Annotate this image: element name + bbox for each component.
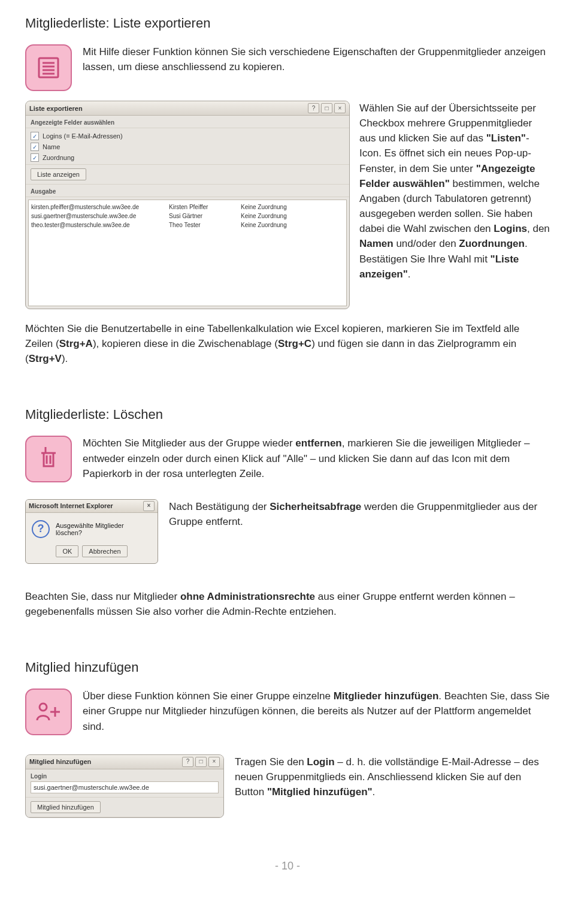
add-intro: Über diese Funktion können Sie einer Gru…	[83, 689, 550, 733]
confirm-message: Ausgewählte Mitglieder löschen?	[56, 522, 152, 536]
show-list-button[interactable]: Liste anzeigen	[31, 168, 86, 180]
login-label: Login	[31, 773, 219, 780]
close-icon[interactable]: ×	[208, 757, 220, 767]
table-row: susi.gaertner@musterschule.ww3ee.deSusi …	[31, 212, 344, 221]
delete-confirm-text: Nach Bestätigung der Sicherheitsabfrage …	[169, 499, 550, 529]
table-row: theo.tester@musterschule.ww3ee.deTheo Te…	[31, 221, 344, 230]
close-icon[interactable]: ×	[334, 103, 346, 113]
intro-export: Mit Hilfe dieser Funktion können Sie sic…	[83, 44, 550, 74]
export-window-title: Liste exportieren	[29, 105, 306, 112]
trash-icon	[25, 436, 72, 482]
help-icon[interactable]: ?	[182, 757, 193, 767]
table-row: kirsten.pfeiffer@musterschule.ww3ee.deKi…	[31, 203, 344, 212]
maximize-icon[interactable]: □	[321, 103, 332, 113]
output-textarea[interactable]: kirsten.pfeiffer@musterschule.ww3ee.deKi…	[28, 200, 347, 306]
add-member-button[interactable]: Mitglied hinzufügen	[31, 801, 101, 813]
confirm-title: Microsoft Internet Explorer	[29, 502, 141, 509]
add-member-window: Mitglied hinzufügen ? □ × Login Mitglied…	[25, 754, 224, 818]
checkbox-zuordnung[interactable]: ✓Zuordnung	[31, 152, 344, 163]
fields-label: Angezeigte Felder auswählen	[26, 116, 349, 128]
close-icon[interactable]: ×	[143, 501, 155, 511]
cancel-button[interactable]: Abbrechen	[82, 545, 127, 557]
add-side-text: Tragen Sie den Login – d. h. die vollstä…	[235, 754, 550, 799]
checkbox-name[interactable]: ✓Name	[31, 141, 344, 152]
svg-point-9	[40, 703, 47, 711]
delete-intro: Möchten Sie Mitglieder aus der Gruppe wi…	[83, 436, 550, 481]
confirm-dialog: Microsoft Internet Explorer × ? Ausgewäh…	[25, 499, 158, 564]
list-icon	[25, 44, 72, 91]
heading-export: Mitgliederliste: Liste exportieren	[25, 16, 550, 31]
maximize-icon[interactable]: □	[195, 757, 207, 767]
delete-note: Beachten Sie, dass nur Mitglieder ohne A…	[25, 589, 550, 619]
output-label: Ausgabe	[26, 185, 349, 197]
page-number: - 10 -	[25, 860, 550, 872]
export-side-text: Wählen Sie auf der Übersichtsseite per C…	[359, 101, 550, 282]
help-icon[interactable]: ?	[308, 103, 319, 113]
add-window-title: Mitglied hinzufügen	[29, 758, 180, 765]
checkbox-logins[interactable]: ✓Logins (= E-Mail-Adressen)	[31, 131, 344, 141]
export-window: Liste exportieren ? □ × Angezeigte Felde…	[25, 101, 350, 309]
export-after-text: Möchten Sie die Benutzertabelle in eine …	[25, 321, 550, 366]
question-icon: ?	[32, 520, 50, 538]
ok-button[interactable]: OK	[56, 545, 78, 557]
login-input[interactable]	[31, 781, 219, 793]
heading-add: Mitglied hinzufügen	[25, 660, 550, 675]
heading-delete: Mitgliederliste: Löschen	[25, 407, 550, 422]
add-user-icon	[25, 689, 72, 735]
